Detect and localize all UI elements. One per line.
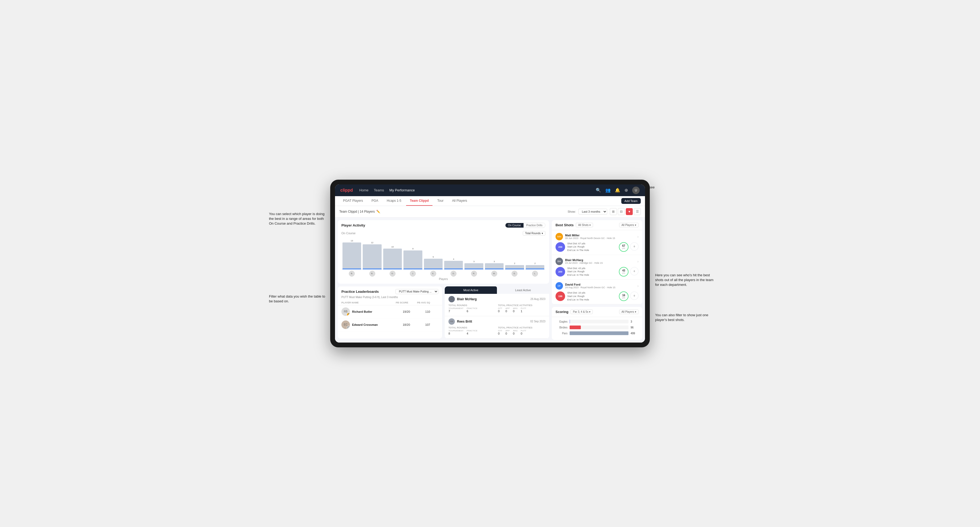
tab-team-clippd[interactable]: Team Clippd [406, 196, 433, 206]
shots-filter-dropdown[interactable]: All Shots ▾ [576, 223, 593, 227]
stat-app-rees: APP 0 [506, 330, 510, 335]
player-name-edward: Edward Crossman [352, 323, 378, 326]
toggle-on-course[interactable]: On Course [506, 223, 523, 227]
add-team-button[interactable]: Add Team [621, 198, 641, 204]
scoring-header: Scoring Par 3, 4 & 5s ▾ All Players ▾ [552, 307, 642, 317]
toggle-practice-drills[interactable]: Practice Drills [523, 223, 545, 227]
shot-avatar-blair: BM [555, 258, 563, 265]
score-row-birdies: Birdies 96 [555, 325, 639, 329]
avatar-circle: L. [532, 271, 538, 276]
scoring-par-filter[interactable]: Par 3, 4 & 5s ▾ [570, 310, 593, 314]
practice-activities-group-rees: Total Practice Activities GTT 0 APP [498, 326, 546, 335]
shot-chevron-matt: › [637, 235, 639, 239]
stat-gtt-rees: GTT 0 [498, 330, 502, 335]
shot-metric-dist-matt: 67 yds [619, 242, 628, 252]
tab-most-active[interactable]: Most Active [445, 286, 497, 294]
tab-all-players[interactable]: All Players [448, 196, 471, 206]
search-icon[interactable]: 🔍 [596, 187, 601, 193]
activity-toggle-group: On Course Practice Drills [505, 223, 546, 228]
left-panel: Player Activity On Course Practice Drill… [338, 220, 549, 340]
nav-link-home[interactable]: Home [359, 188, 369, 192]
leaderboard-row[interactable]: RB 🏅 Richard Butler 19/20 110 [338, 305, 442, 318]
shot-metric-zero-blair: 0 [630, 267, 639, 275]
avg-richard: 110 [417, 310, 438, 313]
annotation-right-bottom: You can also filter to show just one pla… [655, 313, 714, 322]
bar-value-label: 3 [473, 260, 474, 263]
score-row-pars: Pars 499 [555, 332, 639, 335]
bar-highlight [383, 268, 402, 269]
shot-course-blair: 23 Jul 2023 · Aldridge GC · Hole 15 [565, 262, 603, 264]
chart-subheader: On Course Total Rounds ▾ [341, 231, 546, 236]
shot-chevron-david: › [637, 284, 639, 288]
leaderboard-table-header: PLAYER NAME PB SCORE PB AVG SQ [338, 300, 442, 305]
tab-pgat-players[interactable]: PGAT Players [339, 196, 367, 206]
shot-course-matt: 09 Jun 2023 · Royal North Devon GC · Hol… [565, 237, 615, 240]
view-grid2-button[interactable]: ⊞ [610, 208, 617, 215]
rank-badge-2: ② [347, 326, 350, 329]
best-shots-title: Best Shots [555, 223, 574, 227]
bar [424, 259, 442, 269]
stat-tournament-rees: Tournament 8 [449, 330, 463, 335]
total-rounds-group-rees: Total Rounds Tournament 8 Practice [449, 326, 496, 335]
avatar-circle: J. [410, 271, 416, 276]
shot-course-david: 24 Aug 2023 · Royal North Devon GC · Hol… [565, 286, 616, 289]
stats-row-rees: Total Rounds Tournament 8 Practice [449, 326, 546, 335]
avatar-circle: B. [369, 271, 375, 276]
nav-link-teams[interactable]: Teams [374, 188, 384, 192]
bar-highlight [465, 268, 483, 269]
view-heart-button[interactable]: ♥ [626, 208, 633, 215]
show-label: Show: [568, 210, 576, 213]
tablet-screen: clippd Home Teams My Performance 🔍 👥 🔔 ⊕… [335, 184, 645, 343]
bar [505, 265, 524, 269]
shot-metric-zero-matt: 0 [630, 242, 639, 251]
bar-value-label: 9 [412, 248, 413, 250]
show-select[interactable]: Last 3 months Last 6 months Last year [578, 209, 607, 214]
stat-practice-rees: Practice 4 [466, 330, 477, 335]
shot-avatar-matt: MM [555, 233, 563, 240]
total-rounds-group: Total Rounds Tournament 7 Practice [449, 304, 496, 313]
chart-avatar-wrap: B. [363, 271, 381, 276]
shot-item-david[interactable]: DF David Ford 24 Aug 2023 · Royal North … [552, 279, 642, 304]
nav-link-performance[interactable]: My Performance [389, 188, 415, 192]
score-richard: 19/20 [396, 310, 417, 313]
active-date-blair: 26 Aug 2023 [530, 298, 546, 300]
people-icon[interactable]: 👥 [605, 187, 611, 193]
chart-avatar-wrap: B. [342, 271, 361, 276]
nav-links: Home Teams My Performance [359, 188, 589, 192]
view-grid3-button[interactable]: ⊟ [618, 208, 625, 215]
bar-value-label: 5 [433, 256, 434, 258]
leaderboard-row-2[interactable]: EC ② Edward Crossman 18/20 107 [338, 318, 442, 332]
chart-filter-dropdown[interactable]: Total Rounds ▾ [523, 231, 546, 236]
bar [363, 244, 381, 269]
scoring-players-filter[interactable]: All Players ▾ [619, 310, 639, 314]
tab-tour[interactable]: Tour [434, 196, 447, 206]
chart-avatar-wrap: E. [505, 271, 524, 276]
shot-info-david: Shot Dist: 16 yds Start Lie: Rough End L… [567, 291, 617, 301]
shot-item-matt[interactable]: MM Matt Miller 09 Jun 2023 · Royal North… [552, 230, 642, 255]
tab-least-active[interactable]: Least Active [497, 286, 549, 294]
tab-hcaps[interactable]: Hcaps 1-5 [383, 196, 405, 206]
stat-putt: PUTT 1 [520, 307, 526, 313]
user-avatar[interactable]: U [632, 187, 640, 194]
player-activity-card: Player Activity On Course Practice Drill… [338, 220, 549, 284]
edit-icon[interactable]: ✏️ [376, 210, 380, 213]
chart-avatars: B.B.D.J.E.D.R.M.E.L. [341, 270, 546, 276]
stat-tournament: Tournament 7 [449, 307, 463, 313]
bar-value-label: 12 [371, 241, 373, 244]
active-player-blair: BM Blair McHarg 26 Aug 2023 Total Rounds [445, 294, 549, 316]
shot-chevron-blair: › [637, 259, 639, 264]
shot-item-blair[interactable]: BM Blair McHarg 23 Jul 2023 · Aldridge G… [552, 255, 642, 280]
bell-icon[interactable]: 🔔 [615, 187, 620, 193]
leaderboard-filter[interactable]: PUTT Must Make Putting ... [396, 289, 438, 294]
shot-metrics-matt: 67 yds 0 [619, 242, 639, 252]
players-filter-dropdown[interactable]: All Players ▾ [619, 223, 639, 227]
bar-group: 10 [383, 238, 402, 269]
stat-practice: Practice 6 [466, 307, 477, 313]
view-list-button[interactable]: ☰ [634, 208, 641, 215]
score-label-eagles: Eagles [555, 320, 568, 323]
tab-pga[interactable]: PGA [368, 196, 382, 206]
plus-circle-icon[interactable]: ⊕ [625, 187, 628, 193]
shot-player-row-matt: MM Matt Miller 09 Jun 2023 · Royal North… [555, 233, 639, 240]
practice-activities-group: Total Practice Activities GTT 0 APP [498, 304, 546, 313]
leaderboards-title: Practice Leaderboards [341, 290, 379, 294]
